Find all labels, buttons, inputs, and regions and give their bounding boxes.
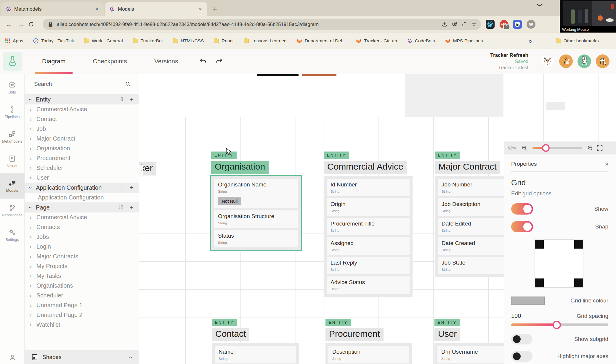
chevron-right-icon[interactable]: ›	[29, 125, 32, 132]
tree-item-commercial-advice[interactable]: ›Commercial Advice	[25, 104, 139, 114]
attribute[interactable]: Organisation Name String Not Null	[214, 179, 298, 208]
canvas-shape-gray[interactable]	[405, 74, 503, 117]
zoom-slider-thumb[interactable]	[542, 144, 550, 152]
canvas-line-black[interactable]	[257, 74, 299, 76]
chevron-up-icon[interactable]: ›	[127, 355, 134, 359]
tree-section-entity[interactable]: › Entity 8 +	[25, 94, 139, 104]
back-button[interactable]: ←	[4, 20, 14, 28]
chevron-right-icon[interactable]: ›	[29, 116, 32, 123]
tree-item-page-watchlist[interactable]: ›Watchlist	[25, 320, 139, 330]
tree-item-major-contract[interactable]: ›Major Contract	[25, 134, 139, 144]
attribute[interactable]: OriginString	[327, 198, 410, 216]
nav-item-settings[interactable]: Settings	[0, 226, 25, 244]
attribute[interactable]: Advice StatusString	[327, 276, 410, 294]
highlight-major-axes-toggle[interactable]	[511, 351, 532, 362]
fullscreen-icon[interactable]	[596, 145, 603, 151]
attribute[interactable]: NameString	[215, 346, 296, 363]
bookmark-dod[interactable]: Department of Def...	[297, 38, 346, 44]
chevron-right-icon[interactable]: ›	[29, 106, 32, 113]
address-bar[interactable]: ailab.codebots.tech/405f4092-9fa9-4f11-9…	[43, 19, 481, 30]
tree-section-page[interactable]: › Page 12 +	[25, 202, 139, 212]
bookmark-ticktick[interactable]: Today - TickTick	[33, 38, 74, 44]
chevron-right-icon[interactable]: ›	[29, 233, 32, 240]
tree-item-page-login[interactable]: ›Login	[25, 242, 139, 252]
bookmark-apps[interactable]: Apps	[5, 38, 23, 44]
bookmark-work-general[interactable]: Work - General	[84, 38, 123, 44]
tab-checkpoints[interactable]: Checkpoints	[86, 49, 134, 74]
canvas-chip-gray[interactable]	[546, 102, 565, 110]
bookmark-codebots[interactable]: CodeBots	[407, 38, 435, 44]
show-grid-toggle[interactable]	[511, 203, 533, 215]
entity-title[interactable]: Contact	[212, 328, 249, 341]
tab-versions[interactable]: Versions	[147, 49, 185, 74]
close-icon[interactable]: ×	[94, 6, 100, 12]
attribute[interactable]: AssignedString	[327, 237, 410, 255]
shapes-drawer-toggle[interactable]: Shapes ›	[25, 350, 139, 364]
tree-section-application-configuration[interactable]: › Application Configuration 1 +	[25, 183, 139, 193]
canvas-shape-partial[interactable]	[139, 74, 405, 117]
chevron-right-icon[interactable]: ›	[29, 165, 32, 171]
tree-item-application-configuration[interactable]: Application Configuration	[25, 193, 139, 202]
entity-title[interactable]: User	[434, 328, 460, 341]
tree-item-page-jobs[interactable]: ›Jobs	[25, 232, 139, 242]
tree-item-scheduler[interactable]: ›Scheduler	[25, 163, 139, 173]
chevron-right-icon[interactable]: ›	[29, 302, 32, 309]
entity-commercial-advice[interactable]: ENTITY Commercial Advice Id NumberString…	[324, 152, 413, 297]
browser-tab-metamodels[interactable]: Metamodels ×	[1, 2, 104, 16]
entity-title[interactable]: Procurement	[325, 328, 384, 341]
adblock-extension-icon[interactable]: ABP 2	[499, 20, 508, 29]
chevron-down-icon[interactable]: ›	[27, 186, 34, 189]
tree-item-page-scheduler[interactable]: ›Scheduler	[25, 291, 139, 300]
attribute[interactable]: Organisation Structure String	[214, 210, 298, 228]
nav-item-models[interactable]: Models	[0, 173, 25, 199]
eye-off-icon[interactable]	[451, 21, 458, 28]
chevron-down-icon[interactable]: ›	[27, 98, 34, 101]
entity-title[interactable]: Organisation	[211, 161, 269, 174]
chevron-right-icon[interactable]: ›	[29, 253, 32, 260]
avatar-jellyfish[interactable]	[596, 54, 609, 68]
new-tab-button[interactable]: +	[213, 4, 217, 14]
zoom-in-icon[interactable]	[587, 145, 593, 151]
search-row[interactable]: Search	[25, 74, 139, 94]
attribute[interactable]: Last ReplyString	[327, 257, 410, 274]
grid-line-colour-swatch[interactable]	[511, 297, 545, 305]
chevron-right-icon[interactable]: ›	[29, 292, 32, 299]
tree-item-contact[interactable]: ›Contact	[25, 114, 139, 124]
add-icon[interactable]: +	[130, 204, 134, 211]
attribute[interactable]: Status String	[214, 230, 298, 247]
redo-button[interactable]	[215, 58, 223, 65]
tree-item-user[interactable]: ›User	[25, 173, 139, 183]
grid-spacing-slider[interactable]	[511, 323, 608, 326]
attribute[interactable]: Procurement TitleString	[327, 218, 410, 235]
entity-organisation[interactable]: ENTITY Organisation Organisation Name St…	[211, 152, 301, 250]
chevron-right-icon[interactable]: ›	[29, 263, 32, 270]
close-icon[interactable]: ×	[198, 6, 203, 12]
attribute[interactable]: DescriptionString	[328, 346, 409, 363]
avatar-fox[interactable]	[541, 54, 554, 68]
canvas-line-orange[interactable]	[302, 74, 336, 76]
bookmark-star-icon[interactable]: ☆	[471, 21, 477, 28]
tree-item-job[interactable]: ›Job	[25, 124, 139, 134]
tab-diagram[interactable]: Diagram	[35, 49, 73, 74]
tree-item-procurement[interactable]: ›Procurement	[25, 153, 139, 163]
bookmark-mps-pipelines[interactable]: MPS Pipelines	[445, 38, 483, 44]
privacy-shield-extension-icon[interactable]	[513, 20, 522, 29]
bookmark-htmlcss[interactable]: HTML/CSS	[173, 38, 204, 44]
tree-item-page-my-tasks[interactable]: ›My Tasks	[25, 271, 139, 281]
tree-item-organisation[interactable]: ›Organisation	[25, 144, 139, 153]
chevron-right-icon[interactable]: ›	[29, 224, 32, 231]
tree-item-page-organisations[interactable]: ›Organisations	[25, 281, 139, 291]
tab-search-chevron-icon[interactable]	[536, 4, 543, 7]
profile-icon[interactable]	[0, 354, 25, 361]
add-icon[interactable]: +	[130, 96, 134, 103]
avatar-giraffe[interactable]	[559, 54, 573, 68]
nav-item-bots[interactable]: Bots	[0, 78, 25, 97]
chevron-right-icon[interactable]: ›	[29, 282, 32, 289]
attribute[interactable]: Id NumberString	[327, 179, 410, 196]
zoom-out-icon[interactable]	[521, 145, 528, 151]
add-icon[interactable]: +	[130, 184, 134, 191]
chevron-right-icon[interactable]: ›	[29, 321, 32, 328]
entity-title[interactable]: Major Contract	[435, 161, 500, 174]
nav-item-repositories[interactable]: Repositories	[0, 201, 25, 220]
w-extension-icon[interactable]: w	[527, 20, 535, 29]
